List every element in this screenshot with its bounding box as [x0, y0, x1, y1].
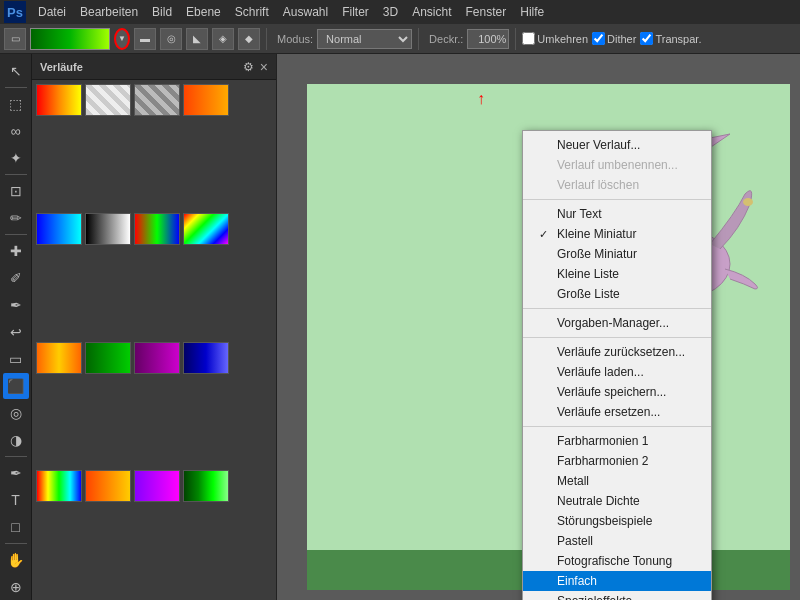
gradient-swatch-10[interactable]	[134, 342, 180, 374]
linear-gradient-btn[interactable]: ▬	[134, 28, 156, 50]
gradient-swatch-12[interactable]	[36, 470, 82, 502]
menu-item-1-2[interactable]: Große Miniatur	[523, 244, 711, 264]
gradient-swatch-8[interactable]	[36, 342, 82, 374]
menu-datei[interactable]: Datei	[32, 3, 72, 21]
menu-label-3-3: Verläufe ersetzen...	[557, 405, 660, 419]
ps-logo: Ps	[4, 1, 26, 23]
tool-marquee[interactable]: ⬚	[3, 91, 29, 117]
gradient-swatch-14[interactable]	[134, 470, 180, 502]
menu-item-1-3[interactable]: Kleine Liste	[523, 264, 711, 284]
tool-blur[interactable]: ◎	[3, 400, 29, 426]
dither-checkbox-label[interactable]: Dither	[592, 32, 636, 45]
gradient-swatch-6[interactable]	[134, 213, 180, 245]
menu-label-4-4: Störungsbeispiele	[557, 514, 652, 528]
diamond-gradient-btn[interactable]: ◆	[238, 28, 260, 50]
menu-section-0: Neuer Verlauf...Verlauf umbenennen...Ver…	[523, 131, 711, 200]
tool-crop[interactable]: ⊡	[3, 178, 29, 204]
tool-dodge[interactable]: ◑	[3, 427, 29, 453]
menu-item-4-2[interactable]: Metall	[523, 471, 711, 491]
menu-item-0-0[interactable]: Neuer Verlauf...	[523, 135, 711, 155]
gradient-swatch-3[interactable]	[183, 84, 229, 116]
menu-label-4-0: Farbharmonien 1	[557, 434, 648, 448]
gradient-swatch-15[interactable]	[183, 470, 229, 502]
transparenz-checkbox[interactable]	[640, 32, 653, 45]
menu-item-2-0[interactable]: Vorgaben-Manager...	[523, 313, 711, 333]
panel-gear-icon[interactable]: ⚙	[238, 56, 260, 78]
gradient-swatch-2[interactable]	[134, 84, 180, 116]
menu-item-4-0[interactable]: Farbharmonien 1	[523, 431, 711, 451]
radial-gradient-btn[interactable]: ◎	[160, 28, 182, 50]
menu-label-4-8: Spezialeffekte	[557, 594, 632, 600]
menu-item-4-7[interactable]: Einfach	[523, 571, 711, 591]
toolbar-sep3	[515, 28, 516, 50]
tool-history[interactable]: ↩	[3, 319, 29, 345]
gradient-swatch-11[interactable]	[183, 342, 229, 374]
tool-sep5	[5, 543, 27, 544]
panel-controls: ⚙ ×	[238, 56, 268, 78]
menu-item-1-4[interactable]: Große Liste	[523, 284, 711, 304]
menu-label-0-1: Verlauf umbenennen...	[557, 158, 678, 172]
tool-text[interactable]: T	[3, 487, 29, 513]
tool-hand[interactable]: ✋	[3, 547, 29, 573]
tool-healing[interactable]: ✚	[3, 238, 29, 264]
menu-item-4-3[interactable]: Neutrale Dichte	[523, 491, 711, 511]
gradient-swatch-13[interactable]	[85, 470, 131, 502]
gradient-swatch-1[interactable]	[85, 84, 131, 116]
menu-hilfe[interactable]: Hilfe	[514, 3, 550, 21]
menu-schrift[interactable]: Schrift	[229, 3, 275, 21]
gradient-preview-bar[interactable]	[30, 28, 110, 50]
menu-label-1-1: Kleine Miniatur	[557, 227, 636, 241]
gradient-swatch-0[interactable]	[36, 84, 82, 116]
menu-filter[interactable]: Filter	[336, 3, 375, 21]
umkehren-checkbox[interactable]	[522, 32, 535, 45]
menu-3d[interactable]: 3D	[377, 3, 404, 21]
menu-item-3-2[interactable]: Verläufe speichern...	[523, 382, 711, 402]
modus-label: Modus:	[277, 33, 313, 45]
tool-pen[interactable]: ✒	[3, 460, 29, 486]
tool-gradient[interactable]: ⬛	[3, 373, 29, 399]
menu-item-4-4[interactable]: Störungsbeispiele	[523, 511, 711, 531]
tool-shape[interactable]: □	[3, 514, 29, 540]
menu-item-4-5[interactable]: Pastell	[523, 531, 711, 551]
gradient-swatch-9[interactable]	[85, 342, 131, 374]
menu-item-3-1[interactable]: Verläufe laden...	[523, 362, 711, 382]
tool-magic-wand[interactable]: ✦	[3, 145, 29, 171]
menu-item-4-1[interactable]: Farbharmonien 2	[523, 451, 711, 471]
gradient-dropdown-arrow[interactable]: ▼	[114, 28, 130, 50]
menu-ansicht[interactable]: Ansicht	[406, 3, 457, 21]
gradient-swatch-7[interactable]	[183, 213, 229, 245]
tool-eyedropper[interactable]: ✏	[3, 205, 29, 231]
tool-move[interactable]: ↖	[3, 58, 29, 84]
angle-gradient-btn[interactable]: ◣	[186, 28, 208, 50]
menu-item-3-3[interactable]: Verläufe ersetzen...	[523, 402, 711, 422]
tool-zoom[interactable]: ⊕	[3, 574, 29, 600]
panel-close-btn[interactable]: ×	[260, 59, 268, 75]
menu-item-4-6[interactable]: Fotografische Tonung	[523, 551, 711, 571]
menu-label-0-0: Neuer Verlauf...	[557, 138, 640, 152]
menu-item-4-8[interactable]: Spezialeffekte	[523, 591, 711, 600]
menu-bearbeiten[interactable]: Bearbeiten	[74, 3, 144, 21]
menu-section-2: Vorgaben-Manager...	[523, 309, 711, 338]
tool-eraser[interactable]: ▭	[3, 346, 29, 372]
deckkraft-input[interactable]	[467, 29, 509, 49]
menu-fenster[interactable]: Fenster	[460, 3, 513, 21]
gradient-swatch-4[interactable]	[36, 213, 82, 245]
menu-item-3-0[interactable]: Verläufe zurücksetzen...	[523, 342, 711, 362]
menu-item-1-1[interactable]: ✓Kleine Miniatur	[523, 224, 711, 244]
gradient-swatch-5[interactable]	[85, 213, 131, 245]
tool-options-btn1[interactable]: ▭	[4, 28, 26, 50]
dither-checkbox[interactable]	[592, 32, 605, 45]
menu-item-1-0[interactable]: Nur Text	[523, 204, 711, 224]
menu-bild[interactable]: Bild	[146, 3, 178, 21]
tool-clone[interactable]: ✒	[3, 292, 29, 318]
options-toolbar: ▭ ▼ ▬ ◎ ◣ ◈ ◆ Modus: Normal Auflösen Mul…	[0, 24, 800, 54]
reflected-gradient-btn[interactable]: ◈	[212, 28, 234, 50]
menu-ebene[interactable]: Ebene	[180, 3, 227, 21]
transparenz-checkbox-label[interactable]: Transpar.	[640, 32, 701, 45]
tool-lasso[interactable]: ∞	[3, 118, 29, 144]
umkehren-checkbox-label[interactable]: Umkehren	[522, 32, 588, 45]
modus-select[interactable]: Normal Auflösen Multiplizieren	[317, 29, 412, 49]
tool-brush[interactable]: ✐	[3, 265, 29, 291]
menu-auswahl[interactable]: Auswahl	[277, 3, 334, 21]
arrow-indicator: ↑	[477, 90, 485, 108]
